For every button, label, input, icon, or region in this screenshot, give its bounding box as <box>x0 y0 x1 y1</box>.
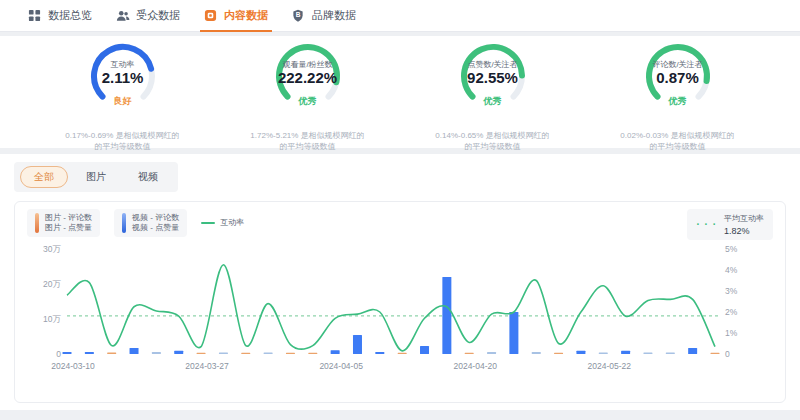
top-nav: 数据总览 受众数据 内容数据 B 品牌数据 <box>0 0 800 32</box>
average-rate-value: 1.82% <box>724 226 764 236</box>
gauge-card-views-per-fans: 观看量/粉丝数 222.22% 优秀 1.72%-5.21% 是相似规模网红的的… <box>223 40 393 148</box>
svg-text:1%: 1% <box>725 328 738 338</box>
gauge-card-comments-per-follower: 评论数/关注者 0.87% 优秀 0.02%-0.03% 是相似规模网红的的平均… <box>593 40 763 148</box>
tab-label: 数据总览 <box>48 8 92 23</box>
media-filter-group: 全部 图片 视频 <box>14 162 178 192</box>
svg-text:0: 0 <box>725 349 730 359</box>
blue-bar-icon <box>122 213 126 233</box>
average-rate-label: 平均互动率 <box>724 213 764 224</box>
svg-text:0: 0 <box>56 349 61 359</box>
gauge-status-badge: 优秀 <box>223 95 393 108</box>
gauge-card-interaction-rate: 互动率 2.11% 良好 0.17%-0.69% 是相似规模网红的的平均等级数值 <box>38 40 208 148</box>
dashed-line-icon: · · · <box>696 219 717 230</box>
legend-average-rate[interactable]: · · · 平均互动率 1.82% <box>687 209 773 240</box>
gauge-benchmark-note: 0.02%-0.03% 是相似规模网红的的平均等级数值 <box>593 130 763 152</box>
legend-interaction-rate[interactable]: 互动率 <box>201 217 244 228</box>
chart-legend: 图片 - 评论数 图片 - 点赞量 视频 - 评论数 视频 - 点赞量 互动率 … <box>27 209 773 240</box>
orange-bar-icon <box>35 213 39 233</box>
svg-text:B: B <box>296 11 301 18</box>
svg-text:2024-04-05: 2024-04-05 <box>319 361 363 371</box>
svg-text:2024-05-22: 2024-05-22 <box>588 361 632 371</box>
grid-icon <box>28 9 42 23</box>
tab-content-data[interactable]: 内容数据 <box>192 0 280 32</box>
brand-shield-icon: B <box>292 9 306 23</box>
svg-text:30万: 30万 <box>43 244 61 254</box>
gauge-status-badge: 优秀 <box>593 95 763 108</box>
tab-brand-data[interactable]: B 品牌数据 <box>280 0 368 32</box>
svg-text:2%: 2% <box>725 307 738 317</box>
metrics-panel: 互动率 2.11% 良好 0.17%-0.69% 是相似规模网红的的平均等级数值… <box>0 36 800 148</box>
tab-data-overview[interactable]: 数据总览 <box>16 0 104 32</box>
svg-text:2024-03-27: 2024-03-27 <box>185 361 229 371</box>
svg-text:10万: 10万 <box>43 314 61 324</box>
tab-audience-data[interactable]: 受众数据 <box>104 0 192 32</box>
content-panel: 全部 图片 视频 图片 - 评论数 图片 - 点赞量 视频 - 评论数 视频 -… <box>0 154 800 410</box>
svg-text:2024-03-10: 2024-03-10 <box>51 361 95 371</box>
svg-text:5%: 5% <box>725 244 738 254</box>
gauge-benchmark-note: 0.17%-0.69% 是相似规模网红的的平均等级数值 <box>38 130 208 152</box>
legend-image-series[interactable]: 图片 - 评论数 图片 - 点赞量 <box>27 209 100 237</box>
tab-label: 品牌数据 <box>312 8 356 23</box>
svg-text:2024-04-20: 2024-04-20 <box>453 361 497 371</box>
tab-label: 受众数据 <box>136 8 180 23</box>
engagement-chart-card: 图片 - 评论数 图片 - 点赞量 视频 - 评论数 视频 - 点赞量 互动率 … <box>14 201 786 403</box>
svg-text:3%: 3% <box>725 286 738 296</box>
gauge-value: 222.22% <box>223 69 393 86</box>
gauge-status-badge: 优秀 <box>408 95 578 108</box>
green-line-icon <box>201 222 215 224</box>
svg-text:20万: 20万 <box>43 279 61 289</box>
gauge-status-badge: 良好 <box>38 95 208 108</box>
filter-images[interactable]: 图片 <box>72 166 120 188</box>
gauge-value: 0.87% <box>593 69 763 86</box>
gauge-value: 2.11% <box>38 69 208 86</box>
audience-icon <box>116 9 130 23</box>
content-icon <box>204 9 218 23</box>
legend-video-series[interactable]: 视频 - 评论数 视频 - 点赞量 <box>114 209 187 237</box>
gauge-card-likes-per-follower: 点赞数/关注者 92.55% 优秀 0.14%-0.65% 是相似规模网红的的平… <box>408 40 578 148</box>
tab-label: 内容数据 <box>224 8 268 23</box>
gauge-benchmark-note: 0.14%-0.65% 是相似规模网红的的平均等级数值 <box>408 130 578 152</box>
filter-videos[interactable]: 视频 <box>124 166 172 188</box>
gauge-value: 92.55% <box>408 69 578 86</box>
svg-text:4%: 4% <box>725 265 738 275</box>
gauge-benchmark-note: 1.72%-5.21% 是相似规模网红的的平均等级数值 <box>223 130 393 152</box>
combo-chart[interactable]: 30万20万10万05%4%3%2%1%02024-03-102024-03-2… <box>27 242 771 392</box>
filter-all[interactable]: 全部 <box>20 166 68 188</box>
